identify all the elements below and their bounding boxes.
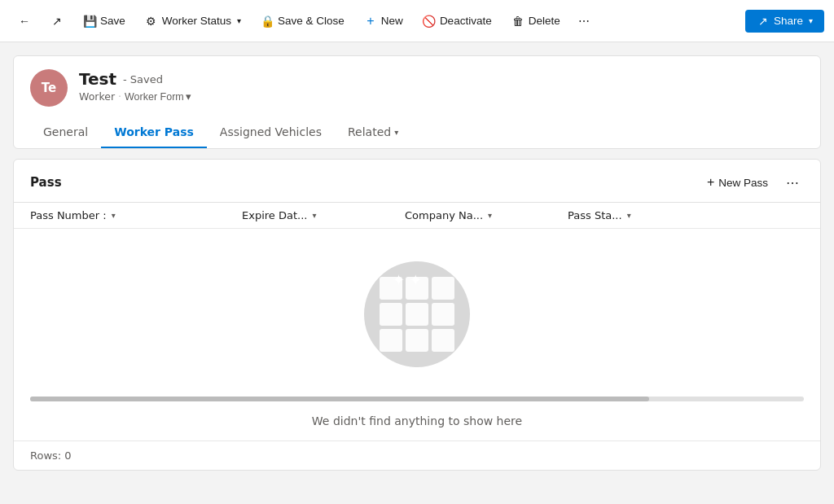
grid-cell: [432, 303, 454, 326]
back-icon: ←: [18, 15, 31, 28]
save-close-button[interactable]: 🔒 Save & Close: [252, 11, 353, 32]
grid-cell: [406, 277, 428, 300]
col-pass-status[interactable]: Pass Sta... ▾: [568, 209, 731, 221]
col-pass-number[interactable]: Pass Number : ▾: [30, 209, 242, 221]
rows-count: Rows: 0: [14, 440, 820, 470]
pass-number-chevron: ▾: [112, 211, 116, 220]
save-close-icon: 🔒: [261, 15, 274, 28]
more-options-button[interactable]: ⋯: [572, 11, 596, 32]
pass-more-button[interactable]: ⋯: [781, 171, 804, 194]
saved-badge: - Saved: [123, 73, 163, 85]
related-chevron: ▾: [394, 128, 398, 137]
record-header: Te Test - Saved Worker · Worker Form ▾: [30, 69, 804, 107]
empty-icon-container: ✦ ✦: [364, 261, 470, 367]
avatar: Te: [30, 69, 68, 107]
forward-icon: ↗: [50, 15, 64, 28]
share-chevron: ▾: [809, 16, 813, 25]
scrollbar-thumb: [30, 397, 649, 401]
worker-status-chevron: ▾: [237, 16, 241, 25]
empty-state: ✦ ✦: [14, 229, 820, 397]
worker-status-icon: ⚙: [145, 15, 158, 28]
new-pass-button[interactable]: + New Pass: [699, 171, 776, 194]
grid-cell: [406, 329, 428, 352]
pass-actions: + New Pass ⋯: [699, 171, 804, 194]
empty-message: We didn't find anything to show here: [312, 414, 522, 427]
record-card: Te Test - Saved Worker · Worker Form ▾: [13, 55, 821, 149]
record-title: Test - Saved: [79, 69, 191, 89]
main-content: Te Test - Saved Worker · Worker Form ▾: [0, 42, 834, 484]
empty-message-container: We didn't find anything to show here: [14, 411, 820, 440]
share-icon: ↗: [757, 15, 770, 28]
grid-cell: [380, 329, 402, 352]
breadcrumb-chevron: ▾: [186, 90, 191, 103]
save-button[interactable]: 💾 Save: [75, 11, 134, 32]
grid-cell: [432, 277, 454, 300]
new-icon: +: [364, 15, 377, 28]
forward-button[interactable]: ↗: [42, 11, 72, 32]
deactivate-icon: 🚫: [423, 15, 436, 28]
delete-icon: 🗑: [511, 15, 525, 28]
deactivate-button[interactable]: 🚫 Deactivate: [415, 11, 500, 32]
new-button[interactable]: + New: [356, 11, 411, 32]
new-pass-plus-icon: +: [707, 175, 714, 190]
tab-assigned-vehicles[interactable]: Assigned Vehicles: [207, 117, 335, 148]
record-info: Test - Saved Worker · Worker Form ▾: [79, 69, 191, 103]
delete-button[interactable]: 🗑 Delete: [503, 11, 568, 32]
col-expire-date[interactable]: Expire Dat... ▾: [242, 209, 405, 221]
grid-cell: [406, 303, 428, 326]
tab-general[interactable]: General: [30, 117, 101, 148]
toolbar: ← ↗ 💾 Save ⚙ Worker Status ▾ 🔒 Save & Cl…: [0, 0, 834, 42]
scrollbar-track[interactable]: [30, 397, 804, 401]
pass-section: Pass + New Pass ⋯ Pass Number : ▾ Expire…: [13, 159, 821, 471]
worker-status-button[interactable]: ⚙ Worker Status ▾: [137, 11, 249, 32]
tab-worker-pass[interactable]: Worker Pass: [101, 117, 207, 148]
breadcrumb-form-dropdown[interactable]: Worker Form ▾: [125, 90, 191, 103]
back-button[interactable]: ←: [10, 11, 39, 32]
expire-date-chevron: ▾: [312, 211, 316, 220]
grid-icon: [373, 270, 461, 358]
tabs-bar: General Worker Pass Assigned Vehicles Re…: [30, 116, 804, 148]
table-header: Pass Number : ▾ Expire Dat... ▾ Company …: [14, 203, 820, 229]
pass-status-chevron: ▾: [627, 211, 631, 220]
grid-cell: [432, 329, 454, 352]
pass-section-title: Pass: [30, 175, 699, 190]
company-name-chevron: ▾: [488, 211, 492, 220]
share-button[interactable]: ↗ Share ▾: [745, 10, 824, 33]
grid-cell: [380, 277, 402, 300]
save-icon: 💾: [83, 15, 96, 28]
grid-cell: [380, 303, 402, 326]
breadcrumb: Worker · Worker Form ▾: [79, 90, 191, 103]
pass-section-header: Pass + New Pass ⋯: [14, 160, 820, 203]
tab-related[interactable]: Related ▾: [335, 117, 411, 148]
col-company-name[interactable]: Company Na... ▾: [405, 209, 568, 221]
